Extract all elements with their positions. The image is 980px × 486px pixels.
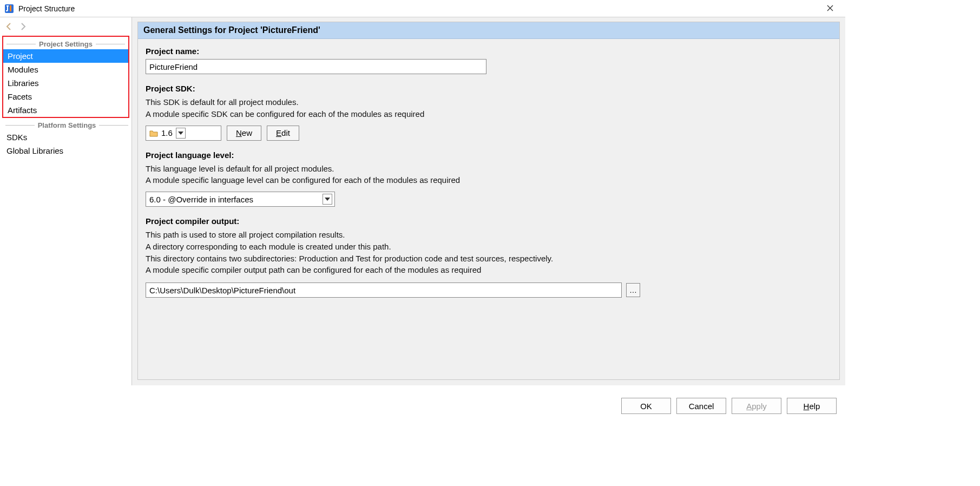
- app-icon: [4, 4, 14, 14]
- sidebar-item-global-libraries[interactable]: Global Libraries: [2, 144, 131, 157]
- sdk-value: 1.6: [161, 128, 173, 137]
- sidebar-item-modules[interactable]: Modules: [3, 63, 128, 76]
- sidebar-item-label: Global Libraries: [6, 146, 63, 155]
- main-panel: General Settings for Project 'PictureFri…: [132, 17, 845, 385]
- output-desc3: This directory contains two subdirectori…: [146, 253, 832, 265]
- compiler-output-input[interactable]: [146, 283, 622, 298]
- sidebar-item-label: SDKs: [6, 133, 27, 142]
- sidebar-item-label: Artifacts: [8, 106, 37, 115]
- dialog-footer: OK Cancel ApplyApply HelpHelp: [621, 398, 837, 414]
- sidebar-item-artifacts[interactable]: Artifacts: [3, 103, 128, 117]
- sidebar-item-project[interactable]: Project: [3, 49, 128, 63]
- sidebar-item-sdks[interactable]: SDKs: [2, 130, 131, 144]
- browse-button[interactable]: …: [626, 283, 640, 297]
- output-desc1: This path is used to store all project c…: [146, 229, 832, 241]
- output-desc2: A directory corresponding to each module…: [146, 241, 832, 253]
- platform-settings-header: Platform Settings: [2, 120, 131, 130]
- lang-desc2: A module specific language level can be …: [146, 174, 832, 186]
- ok-button[interactable]: OK: [621, 398, 671, 414]
- apply-button[interactable]: ApplyApply: [732, 398, 781, 414]
- compiler-output-label: Project compiler output:: [146, 216, 832, 226]
- close-icon[interactable]: [819, 4, 841, 14]
- sidebar-item-label: Facets: [8, 92, 32, 101]
- project-sdk-label: Project SDK:: [146, 84, 832, 93]
- language-level-label: Project language level:: [146, 150, 832, 160]
- platform-settings-label: Platform Settings: [38, 121, 96, 129]
- chevron-down-icon: [323, 194, 332, 205]
- help-button[interactable]: HelpHelp: [787, 398, 837, 414]
- lang-desc1: This language level is default for all p…: [146, 163, 832, 175]
- sidebar-item-facets[interactable]: Facets: [3, 90, 128, 103]
- general-settings-header: General Settings for Project 'PictureFri…: [138, 22, 839, 39]
- edit-sdk-button[interactable]: EEditdit: [267, 126, 299, 141]
- sidebar-item-label: Modules: [8, 65, 38, 74]
- window-title: Project Structure: [18, 4, 819, 13]
- sdk-desc1: This SDK is default for all project modu…: [146, 96, 832, 108]
- general-settings-title: General Settings for Project 'PictureFri…: [143, 25, 320, 35]
- folder-icon: [149, 129, 158, 137]
- svg-rect-0: [5, 4, 14, 13]
- sidebar-item-label: Project: [8, 51, 33, 61]
- cancel-button[interactable]: Cancel: [676, 398, 726, 414]
- sidebar-item-libraries[interactable]: Libraries: [3, 76, 128, 90]
- sidebar: Project Settings Project Modules Librari…: [0, 17, 132, 385]
- project-settings-label: Project Settings: [39, 40, 93, 48]
- sdk-combo[interactable]: 1.6: [146, 126, 221, 141]
- project-name-input[interactable]: [146, 59, 486, 74]
- project-settings-header: Project Settings: [3, 39, 128, 49]
- sidebar-toolbar: [0, 19, 131, 34]
- language-level-combo[interactable]: 6.0 - @Override in interfaces: [146, 192, 335, 207]
- svg-rect-1: [10, 5, 11, 11]
- output-desc4: A module specific compiler output path c…: [146, 264, 832, 276]
- back-icon[interactable]: [4, 22, 14, 31]
- sdk-desc2: A module specific SDK can be configured …: [146, 108, 832, 120]
- sidebar-item-label: Libraries: [8, 78, 39, 88]
- forward-icon[interactable]: [18, 22, 28, 31]
- project-settings-highlight-box: Project Settings Project Modules Librari…: [2, 36, 129, 118]
- titlebar: Project Structure: [0, 0, 845, 17]
- ellipsis-icon: …: [629, 286, 637, 294]
- new-sdk-button[interactable]: NNewew: [227, 126, 261, 141]
- project-name-label: Project name:: [146, 47, 832, 56]
- chevron-down-icon: [176, 128, 186, 139]
- language-level-value: 6.0 - @Override in interfaces: [149, 195, 319, 204]
